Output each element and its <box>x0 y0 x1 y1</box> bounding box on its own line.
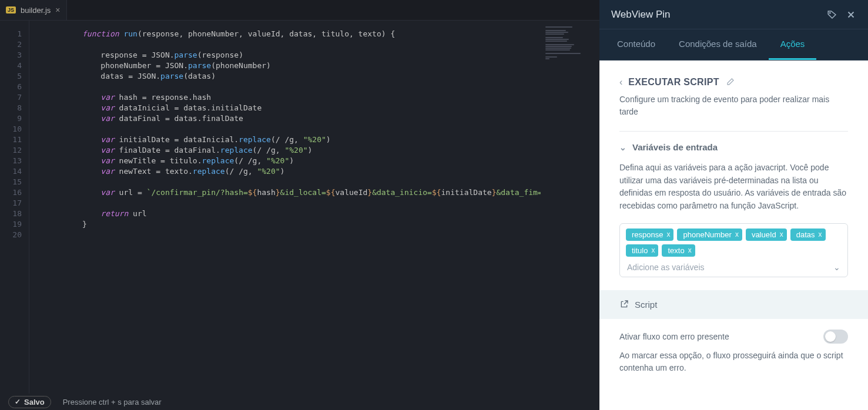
tab-actions[interactable]: Ações <box>769 29 817 60</box>
variable-tag[interactable]: datasx <box>790 228 826 241</box>
close-icon[interactable] <box>846 9 856 20</box>
saved-label: Salvo <box>24 398 45 406</box>
script-label: Script <box>635 300 657 310</box>
remove-tag-icon[interactable]: x <box>819 230 822 238</box>
input-variables-description: Defina aqui as variáveis para a ação jav… <box>619 162 848 213</box>
check-icon: ✓ <box>15 398 21 406</box>
variable-tag[interactable]: textox <box>662 244 695 257</box>
divider <box>619 131 848 132</box>
editor-panel: JS builder.js × 123456789101112131415161… <box>0 0 599 410</box>
tag-icon[interactable] <box>827 9 837 20</box>
variables-tag-box[interactable]: responsexphoneNumberxvalueIdxdatasxtitul… <box>619 223 848 277</box>
toggle-knob <box>825 331 836 342</box>
tab-exit-conditions[interactable]: Condições de saída <box>667 29 769 60</box>
edit-icon[interactable] <box>725 78 735 87</box>
error-flow-toggle-row: Ativar fluxo com erro presente <box>619 319 848 349</box>
section-title: EXECUTAR SCRIPT <box>628 77 719 88</box>
tab-bar: JS builder.js × <box>0 0 599 21</box>
chevron-left-icon[interactable]: ‹ <box>619 77 622 88</box>
open-external-icon <box>619 300 629 309</box>
input-variables-header[interactable]: ⌄ Variáveis de entrada <box>619 142 848 152</box>
tag-label: phoneNumber <box>683 230 731 239</box>
input-variables-label: Variáveis de entrada <box>632 142 718 152</box>
svg-point-0 <box>830 12 831 14</box>
editor-body: 1234567891011121314151617181920 function… <box>0 21 599 410</box>
section-description: Configure um tracking de evento para pod… <box>619 93 848 118</box>
tag-label: datas <box>796 230 815 239</box>
tag-label: response <box>632 230 663 239</box>
panel-tabs: Conteúdo Condições de saída Ações <box>599 29 868 61</box>
status-bar: ✓ Salvo Pressione ctrl + s para salvar <box>0 394 599 410</box>
saved-indicator: ✓ Salvo <box>8 396 51 408</box>
line-number-gutter: 1234567891011121314151617181920 <box>0 21 29 410</box>
side-panel: WebView Pin Conteúdo Condições de saída … <box>599 0 868 410</box>
remove-tag-icon[interactable]: x <box>651 246 655 254</box>
chevron-down-icon: ⌄ <box>619 143 626 152</box>
code-area[interactable]: function run(response, phoneNumber, valu… <box>29 21 541 410</box>
js-file-icon: JS <box>6 6 16 14</box>
script-section[interactable]: Script <box>599 290 868 319</box>
remove-tag-icon[interactable]: x <box>666 230 670 238</box>
remove-tag-icon[interactable]: x <box>735 230 739 238</box>
variable-tag[interactable]: phoneNumberx <box>677 228 742 241</box>
close-tab-icon[interactable]: × <box>55 5 60 15</box>
tags-row: responsexphoneNumberxvalueIdxdatasxtitul… <box>626 228 842 257</box>
toggle-description: Ao marcar essa opção, o fluxo prosseguir… <box>619 349 848 374</box>
file-tab[interactable]: JS builder.js × <box>0 0 67 20</box>
variable-tag[interactable]: titulox <box>626 244 658 257</box>
error-flow-toggle[interactable] <box>823 330 848 344</box>
tag-label: texto <box>668 246 684 255</box>
remove-tag-icon[interactable]: x <box>780 230 783 238</box>
add-variable-input[interactable] <box>627 263 833 272</box>
minimap[interactable] <box>541 21 599 410</box>
tab-content[interactable]: Conteúdo <box>605 29 667 60</box>
toggle-label: Ativar fluxo com erro presente <box>619 332 729 341</box>
panel-header: WebView Pin <box>599 0 868 29</box>
variable-tag[interactable]: responsex <box>626 228 673 241</box>
panel-content: ‹ EXECUTAR SCRIPT Configure um tracking … <box>599 61 868 410</box>
file-tab-label: builder.js <box>21 6 51 15</box>
remove-tag-icon[interactable]: x <box>688 246 692 254</box>
chevron-down-icon[interactable]: ⌄ <box>833 263 840 272</box>
tag-label: titulo <box>632 246 648 255</box>
variable-tag[interactable]: valueIdx <box>746 228 787 241</box>
tag-label: valueId <box>752 230 776 239</box>
panel-title: WebView Pin <box>611 9 670 21</box>
save-hint: Pressione ctrl + s para salvar <box>63 398 162 406</box>
